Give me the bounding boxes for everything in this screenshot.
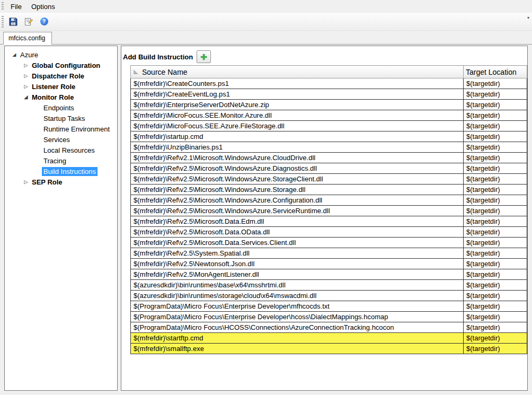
source-cell[interactable]: $(mfrefdir)\startup.cmd: [131, 131, 464, 142]
tree-item-sep-role[interactable]: ▷ SEP Role: [5, 177, 117, 187]
table-row[interactable]: $(mfrefdir)\Ref\v2.5\Microsoft.WindowsAz…: [131, 163, 527, 174]
add-build-instruction-button[interactable]: ✚: [197, 50, 211, 63]
source-cell[interactable]: $(azuresdkdir)\bin\runtimes\base\x64\mss…: [131, 280, 464, 291]
source-cell[interactable]: $(mfrefdir)\startftp.cmd: [131, 333, 464, 344]
source-cell[interactable]: $(ProgramData)\Micro Focus\Enterprise De…: [131, 301, 464, 312]
target-cell[interactable]: $(targetdir): [464, 248, 527, 259]
target-cell[interactable]: $(targetdir): [464, 227, 527, 238]
source-cell[interactable]: $(mfrefdir)\Ref\v2.5\MonAgentListener.dl…: [131, 269, 464, 280]
table-row[interactable]: $(mfrefdir)\startup.cmd $(targetdir): [131, 131, 527, 142]
target-cell[interactable]: $(targetdir): [464, 195, 527, 206]
table-row[interactable]: $(mfrefdir)\Ref\v2.5\Microsoft.WindowsAz…: [131, 206, 527, 216]
table-row[interactable]: $(mfrefdir)\Ref\v2.5\MonAgentListener.dl…: [131, 269, 527, 280]
source-cell[interactable]: $(azuresdkdir)\bin\runtimes\storage\clou…: [131, 291, 464, 301]
target-cell[interactable]: $(targetdir): [464, 280, 527, 291]
tree-item-services[interactable]: Services: [5, 134, 117, 145]
table-row[interactable]: $(mfrefdir)\Ref\v2.5\Microsoft.WindowsAz…: [131, 195, 527, 206]
table-row[interactable]: $(mfrefdir)\CreateEventLog.ps1 $(targetd…: [131, 89, 527, 100]
target-cell[interactable]: $(targetdir): [464, 163, 527, 174]
source-cell[interactable]: $(mfrefdir)\Ref\v2.5\Microsoft.Data.Serv…: [131, 238, 464, 248]
target-cell[interactable]: $(targetdir): [464, 110, 527, 121]
target-cell[interactable]: $(targetdir): [464, 206, 527, 216]
source-cell[interactable]: $(mfrefdir)\Ref\v2.5\Microsoft.WindowsAz…: [131, 195, 464, 206]
target-cell[interactable]: $(targetdir): [464, 216, 527, 227]
target-cell[interactable]: $(targetdir): [464, 291, 527, 301]
source-cell[interactable]: $(ProgramData)\Micro Focus\Enterprise De…: [131, 312, 464, 322]
table-row[interactable]: $(mfrefdir)\Ref\v2.5\Newtonsoft.Json.dll…: [131, 259, 527, 269]
source-cell[interactable]: $(ProgramData)\Micro Focus\HCOSS\Connect…: [131, 322, 464, 333]
menubar-grip[interactable]: [2, 2, 4, 11]
source-cell[interactable]: $(mfrefdir)\smallftp.exe: [131, 344, 464, 354]
table-row[interactable]: $(azuresdkdir)\bin\runtimes\base\x64\mss…: [131, 280, 527, 291]
source-cell[interactable]: $(mfrefdir)\Ref\v2.5\Microsoft.WindowsAz…: [131, 185, 464, 195]
target-cell[interactable]: $(targetdir): [464, 344, 527, 354]
table-row[interactable]: $(mfrefdir)\Ref\v2.5\System.Spatial.dll …: [131, 248, 527, 259]
target-cell[interactable]: $(targetdir): [464, 121, 527, 131]
source-cell[interactable]: $(mfrefdir)\Ref\v2.5\Microsoft.Data.ODat…: [131, 227, 464, 238]
target-cell[interactable]: $(targetdir): [464, 131, 527, 142]
help-button[interactable]: ?: [37, 14, 51, 29]
tree-item-azure[interactable]: ◢ Azure: [5, 49, 117, 60]
source-cell[interactable]: $(mfrefdir)\Ref\v2.5\System.Spatial.dll: [131, 248, 464, 259]
expand-icon[interactable]: ▷: [22, 74, 30, 78]
table-row[interactable]: $(mfrefdir)\EnterpriseServerDotNetAzure.…: [131, 100, 527, 110]
table-row[interactable]: $(mfrefdir)\UnzipBinaries.ps1 $(targetdi…: [131, 142, 527, 153]
source-cell[interactable]: $(mfrefdir)\MicroFocus.SEE.Azure.FileSto…: [131, 121, 464, 131]
tree-item-monitor-role[interactable]: ◢ Monitor Role: [5, 92, 117, 102]
tree-item-endpoints[interactable]: Endpoints: [5, 102, 117, 113]
source-cell[interactable]: $(mfrefdir)\Ref\v2.5\Microsoft.WindowsAz…: [131, 206, 464, 216]
table-row[interactable]: $(mfrefdir)\Ref\v2.5\Microsoft.Data.Serv…: [131, 238, 527, 248]
target-cell[interactable]: $(targetdir): [464, 78, 527, 89]
tree-item-dispatcher-role[interactable]: ▷ Dispatcher Role: [5, 71, 117, 81]
collapse-icon[interactable]: ◢: [22, 95, 30, 100]
target-cell[interactable]: $(targetdir): [464, 185, 527, 195]
table-row[interactable]: $(mfrefdir)\CreateCounters.ps1 $(targetd…: [131, 78, 527, 89]
tree-item-global-configuration[interactable]: ▷ Global Configuration: [5, 60, 117, 71]
source-cell[interactable]: $(mfrefdir)\CreateEventLog.ps1: [131, 89, 464, 100]
source-cell[interactable]: $(mfrefdir)\Ref\v2.5\Microsoft.WindowsAz…: [131, 174, 464, 185]
edit-config-button[interactable]: [21, 14, 36, 29]
tree-item-listener-role[interactable]: ▷ Listener Role: [5, 81, 117, 92]
collapse-icon[interactable]: ◢: [10, 52, 19, 57]
source-cell[interactable]: $(mfrefdir)\EnterpriseServerDotNetAzure.…: [131, 100, 464, 110]
target-cell[interactable]: $(targetdir): [464, 100, 527, 110]
expand-icon[interactable]: ▷: [22, 63, 30, 68]
source-cell[interactable]: $(mfrefdir)\UnzipBinaries.ps1: [131, 142, 464, 153]
target-cell[interactable]: $(targetdir): [464, 301, 527, 312]
tree-item-startup-tasks[interactable]: Startup Tasks: [5, 113, 117, 124]
table-row[interactable]: $(mfrefdir)\startftp.cmd $(targetdir): [131, 333, 527, 344]
table-row[interactable]: $(mfrefdir)\Ref\v2.5\Microsoft.Data.Edm.…: [131, 216, 527, 227]
source-cell[interactable]: $(mfrefdir)\Ref\v2.5\Microsoft.WindowsAz…: [131, 163, 464, 174]
expand-icon[interactable]: ▷: [22, 180, 30, 185]
table-row[interactable]: $(azuresdkdir)\bin\runtimes\storage\clou…: [131, 291, 527, 301]
target-cell[interactable]: $(targetdir): [464, 238, 527, 248]
target-cell[interactable]: $(targetdir): [464, 312, 527, 322]
menu-options[interactable]: Options: [26, 1, 60, 12]
tree-item-build-instructions[interactable]: Build Instructions: [5, 166, 117, 177]
tree-item-local-resources[interactable]: Local Resources: [5, 145, 117, 155]
table-row[interactable]: $(mfrefdir)\Ref\v2.5\Microsoft.WindowsAz…: [131, 174, 527, 185]
save-button[interactable]: [6, 14, 21, 29]
target-cell[interactable]: $(targetdir): [464, 269, 527, 280]
table-row[interactable]: $(mfrefdir)\MicroFocus.SEE.Azure.FileSto…: [131, 121, 527, 131]
target-cell[interactable]: $(targetdir): [464, 174, 527, 185]
tab-mfcics-config[interactable]: mfcics.config: [3, 32, 52, 45]
expand-icon[interactable]: ▷: [22, 84, 30, 89]
source-cell[interactable]: $(mfrefdir)\Ref\v2.5\Microsoft.Data.Edm.…: [131, 216, 464, 227]
source-cell[interactable]: $(mfrefdir)\Ref\v2.5\Newtonsoft.Json.dll: [131, 259, 464, 269]
column-header-target-location[interactable]: Target Location: [464, 66, 527, 78]
tree-item-runtime-environment[interactable]: Runtime Environment: [5, 124, 117, 134]
source-cell[interactable]: $(mfrefdir)\MicroFocus.SEE.Monitor.Azure…: [131, 110, 464, 121]
column-header-source-name[interactable]: Source Name: [131, 66, 464, 78]
target-cell[interactable]: $(targetdir): [464, 333, 527, 344]
table-row[interactable]: $(ProgramData)\Micro Focus\Enterprise De…: [131, 312, 527, 322]
toolbar-grip[interactable]: [2, 16, 4, 28]
source-cell[interactable]: $(mfrefdir)\CreateCounters.ps1: [131, 78, 464, 89]
table-row[interactable]: $(ProgramData)\Micro Focus\HCOSS\Connect…: [131, 322, 527, 333]
target-cell[interactable]: $(targetdir): [464, 153, 527, 163]
table-row[interactable]: $(mfrefdir)\Ref\v2.1\Microsoft.WindowsAz…: [131, 153, 527, 163]
table-row[interactable]: $(mfrefdir)\MicroFocus.SEE.Monitor.Azure…: [131, 110, 527, 121]
target-cell[interactable]: $(targetdir): [464, 322, 527, 333]
target-cell[interactable]: $(targetdir): [464, 89, 527, 100]
table-row[interactable]: $(ProgramData)\Micro Focus\Enterprise De…: [131, 301, 527, 312]
